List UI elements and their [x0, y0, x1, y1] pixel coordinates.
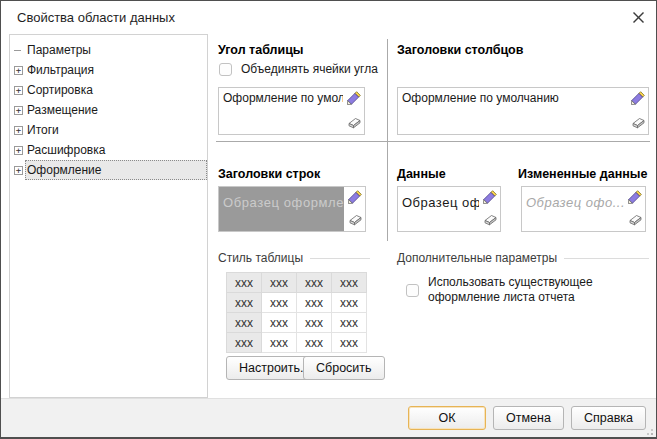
style-cell: xxx [262, 293, 297, 313]
dialog-footer: ОК Отмена Справка [1, 398, 656, 437]
changed-data-section-title: Измененные данные [518, 167, 647, 181]
corner-appearance-field[interactable]: Оформление по умолча... [218, 87, 365, 135]
help-button[interactable]: Справка [571, 406, 646, 430]
row-headers-section-title: Заголовки строк [218, 167, 320, 181]
expand-plus-icon[interactable]: + [13, 145, 25, 156]
expand-plus-icon[interactable]: + [13, 105, 25, 116]
style-cell: xxx [227, 293, 262, 313]
tree-item-totals[interactable]: +Итоги [10, 120, 207, 140]
edit-pencil-icon[interactable] [347, 190, 362, 204]
vertical-divider [387, 39, 388, 241]
changed-data-appearance-value: Образец офо... [522, 187, 624, 231]
reset-button[interactable]: Сбросить [303, 356, 385, 380]
style-cell: xxx [262, 333, 297, 353]
changed-data-appearance-field[interactable]: Образец офо... [521, 186, 646, 232]
clear-eraser-icon[interactable] [347, 213, 362, 227]
cancel-button[interactable]: Отмена [493, 406, 564, 430]
tree-item-filtering[interactable]: +Фильтрация [10, 60, 207, 80]
style-cell: xxx [297, 293, 332, 313]
style-cell: xxx [332, 293, 367, 313]
style-cell: xxx [262, 273, 297, 293]
row-headers-appearance-field[interactable]: Образец оформле... [218, 186, 366, 232]
style-cell: xxx [332, 273, 367, 293]
expand-plus-icon[interactable]: + [13, 85, 25, 96]
tree-item-label: Фильтрация [25, 60, 207, 80]
dialog-data-area-properties: Свойства области данных Параметры+Фильтр… [0, 0, 657, 439]
edit-pencil-icon[interactable] [482, 190, 497, 204]
tree-item-label: Параметры [25, 40, 207, 60]
merge-corner-cells-label: Объединять ячейки угла [241, 62, 378, 76]
use-existing-appearance-label: Использовать существующее оформление лис… [428, 275, 636, 305]
tree-item-sorting[interactable]: +Сортировка [10, 80, 207, 100]
settings-tree: Параметры+Фильтрация+Сортировка+Размещен… [9, 34, 208, 398]
style-cell: xxx [227, 333, 262, 353]
caption-rule [564, 258, 649, 259]
tree-item-label: Сортировка [25, 80, 207, 100]
expand-plus-icon[interactable]: + [13, 165, 25, 176]
data-appearance-value: Образец оф... [398, 187, 479, 231]
clear-eraser-icon[interactable] [482, 213, 497, 227]
edit-pencil-icon[interactable] [346, 91, 361, 105]
style-cell: xxx [332, 313, 367, 333]
expand-plus-icon[interactable]: + [13, 125, 25, 136]
clear-eraser-icon[interactable] [346, 116, 361, 130]
style-cell: xxx [332, 333, 367, 353]
clear-eraser-icon[interactable] [630, 116, 645, 130]
style-cell: xxx [297, 273, 332, 293]
tree-item-label: Расшифровка [25, 140, 207, 160]
row-headers-appearance-value: Образец оформле... [219, 187, 344, 231]
use-existing-appearance-checkbox[interactable] [406, 284, 419, 297]
tree-dash-icon [13, 45, 25, 56]
expand-plus-icon[interactable]: + [13, 65, 25, 76]
data-appearance-field[interactable]: Образец оф... [397, 186, 501, 232]
table-style-preview: xxxxxxxxxxxxxxxxxxxxxxxxxxxxxxxxxxxxxxxx… [226, 272, 367, 353]
tree-item-drilldown[interactable]: +Расшифровка [10, 140, 207, 160]
edit-pencil-icon[interactable] [627, 190, 642, 204]
tree-item-parameters[interactable]: Параметры [10, 40, 207, 60]
column-headers-section-title: Заголовки столбцов [397, 43, 523, 57]
tree-item-label: Итоги [25, 120, 207, 140]
use-existing-appearance-row: Использовать существующее оформление лис… [406, 275, 636, 305]
horizontal-divider [216, 141, 650, 142]
tree-item-label: Размещение [25, 100, 207, 120]
tree-item-layout[interactable]: +Размещение [10, 100, 207, 120]
column-headers-appearance-value: Оформление по умолчанию [398, 88, 627, 134]
column-headers-appearance-field[interactable]: Оформление по умолчанию [397, 87, 649, 135]
style-cell: xxx [227, 273, 262, 293]
caption-rule [310, 258, 370, 259]
style-cell: xxx [297, 333, 332, 353]
table-style-caption: Стиль таблицы [218, 251, 370, 265]
style-cell: xxx [297, 313, 332, 333]
ok-button[interactable]: ОК [408, 406, 486, 430]
clear-eraser-icon[interactable] [627, 213, 642, 227]
corner-appearance-value: Оформление по умолча... [219, 88, 343, 134]
close-button[interactable] [626, 5, 650, 29]
style-cell: xxx [262, 313, 297, 333]
tree-item-appearance[interactable]: +Оформление [10, 160, 207, 180]
edit-pencil-icon[interactable] [630, 91, 645, 105]
additional-parameters-caption: Дополнительные параметры [397, 251, 649, 265]
dialog-title: Свойства области данных [17, 10, 175, 25]
data-section-title: Данные [397, 167, 446, 181]
merge-corner-cells-checkbox[interactable] [219, 63, 232, 76]
close-icon [632, 11, 645, 24]
corner-section-title: Угол таблицы [218, 43, 304, 57]
resize-grip[interactable] [644, 425, 654, 435]
style-cell: xxx [227, 313, 262, 333]
merge-corner-cells-row: Объединять ячейки угла [219, 62, 378, 76]
tree-item-label: Оформление [25, 160, 207, 180]
